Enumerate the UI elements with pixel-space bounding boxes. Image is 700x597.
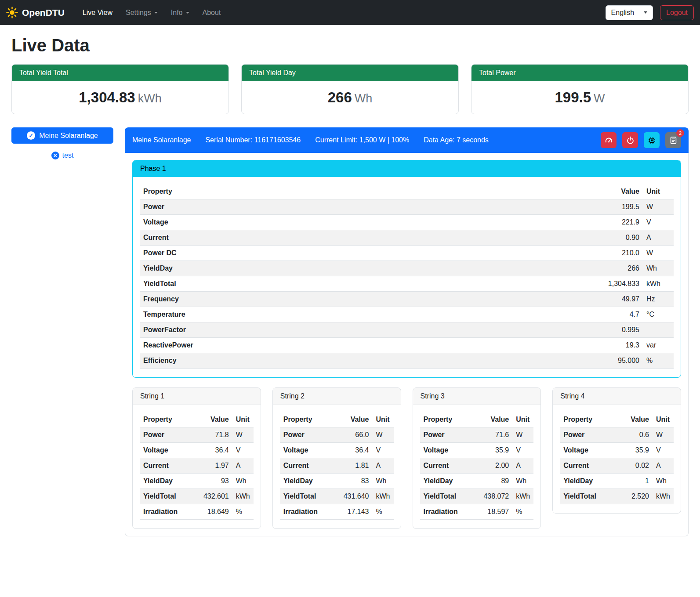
string-card-body: PropertyValueUnitPower66.0WVoltage36.4VC… [273,405,401,528]
inverter-select-button[interactable]: ✕test [50,150,76,161]
value-cell: 266 [548,261,643,276]
unit-cell: W [643,246,674,261]
property-cell: Power [420,427,475,443]
table-row: Irradiation17.143% [280,504,394,520]
value-cell: 2.520 [615,489,653,504]
value-cell: 2.00 [475,458,512,474]
nav-item-about[interactable]: About [196,5,228,20]
property-cell: Temperature [140,307,548,322]
table-row: Power66.0W [280,427,394,443]
summary-card-body: 199.5W [472,81,688,114]
table-row: YieldDay89Wh [420,474,534,489]
column-header: Unit [373,412,394,427]
brand[interactable]: OpenDTU [6,7,65,18]
table-row: Power199.5W [140,199,674,215]
nav-item-live-view[interactable]: Live View [76,5,119,20]
unit-cell: % [373,504,394,520]
logout-button[interactable]: Logout [660,5,694,20]
value-cell: 35.9 [475,443,512,458]
value-cell: 1,304.833 [548,276,643,292]
data-age: Data Age: 7 seconds [424,136,489,144]
property-cell: Current [420,458,475,474]
cpu-button[interactable] [644,132,660,148]
panel-actions: 2 [601,132,681,148]
nav-list-item: Live View [76,5,119,20]
table-row: YieldTotal2.520kWh [560,489,674,504]
value-cell: 1 [615,474,653,489]
journal-button[interactable]: 2 [665,132,681,148]
string-card-title: String 2 [273,388,401,405]
column-header: Property [560,412,615,427]
value-cell: 83 [335,474,373,489]
property-cell: Irradiation [140,504,195,520]
table-row: YieldDay83Wh [280,474,394,489]
table-row: Irradiation18.649% [140,504,254,520]
property-cell: YieldDay [280,474,335,489]
table-row: Current1.97A [140,458,254,474]
table-row: Current0.90A [140,230,674,246]
power-button[interactable] [622,132,638,148]
unit-cell: V [512,443,533,458]
phase-table: PropertyValueUnitPower199.5WVoltage221.9… [140,184,674,369]
string-card: String 3PropertyValueUnitPower71.6WVolta… [413,387,541,529]
string-table: PropertyValueUnitPower66.0WVoltage36.4VC… [280,412,394,520]
value-cell: 210.0 [548,246,643,261]
property-cell: Voltage [140,443,195,458]
table-row: Current1.81A [280,458,394,474]
navbar: OpenDTU Live ViewSettingsInfoAbout Engli… [0,0,700,25]
unit-cell: V [373,443,394,458]
string-card-title: String 1 [133,388,261,405]
property-cell: YieldTotal [420,489,475,504]
language-value: English [611,9,634,17]
page-title: Live Data [11,36,689,55]
value-cell: 0.995 [548,322,643,338]
serial-number: Serial Number: 116171603546 [205,136,301,144]
summary-unit: W [594,92,605,105]
unit-cell: A [232,458,254,474]
unit-cell: kWh [512,489,533,504]
table-body: Power71.6WVoltage35.9VCurrent2.00AYieldD… [420,427,534,520]
table-row: YieldDay266Wh [140,261,674,276]
nav-item-info[interactable]: Info [164,5,196,20]
value-cell: 4.7 [548,307,643,322]
table-row: YieldDay93Wh [140,474,254,489]
unit-cell: kWh [232,489,254,504]
unit-cell: W [643,199,674,215]
table-row: ReactivePower19.3var [140,338,674,353]
table-body: Power199.5WVoltage221.9VCurrent0.90APowe… [140,199,674,369]
cpu-icon [648,136,656,145]
unit-cell: W [232,427,254,443]
unit-cell [643,322,674,338]
language-select[interactable]: English [606,5,653,20]
inverter-select-button[interactable]: ✓Meine Solaranlage [11,127,113,144]
table-row: Current2.00A [420,458,534,474]
property-cell: Irradiation [420,504,475,520]
string-card-body: PropertyValueUnitPower0.6WVoltage35.9VCu… [553,405,681,513]
property-cell: Frequency [140,292,548,307]
nav-item-settings[interactable]: Settings [119,5,164,20]
value-cell: 438.072 [475,489,512,504]
nav-list-item: Settings [119,5,164,20]
summary-card: Total Yield Day266Wh [241,64,459,114]
unit-cell: V [643,215,674,230]
table-row: YieldTotal432.601kWh [140,489,254,504]
value-cell: 18.597 [475,504,512,520]
speedometer-button[interactable] [601,132,617,148]
unit-cell: % [232,504,254,520]
summary-unit: Wh [355,92,373,105]
value-cell: 93 [195,474,232,489]
value-cell: 1.81 [335,458,373,474]
table-row: Efficiency95.000% [140,353,674,369]
table-body: Power66.0WVoltage36.4VCurrent1.81AYieldD… [280,427,394,520]
unit-cell: kWh [653,489,674,504]
column-header: Value [475,412,512,427]
value-cell: 89 [475,474,512,489]
inverter-name: Meine Solaranlage [132,136,191,144]
property-cell: Current [140,230,548,246]
column-header: Unit [512,412,533,427]
string-card: String 1PropertyValueUnitPower71.8WVolta… [132,387,261,529]
property-cell: YieldDay [560,474,615,489]
value-cell: 432.601 [195,489,232,504]
table-head: PropertyValueUnit [560,412,674,427]
unit-cell: V [653,443,674,458]
